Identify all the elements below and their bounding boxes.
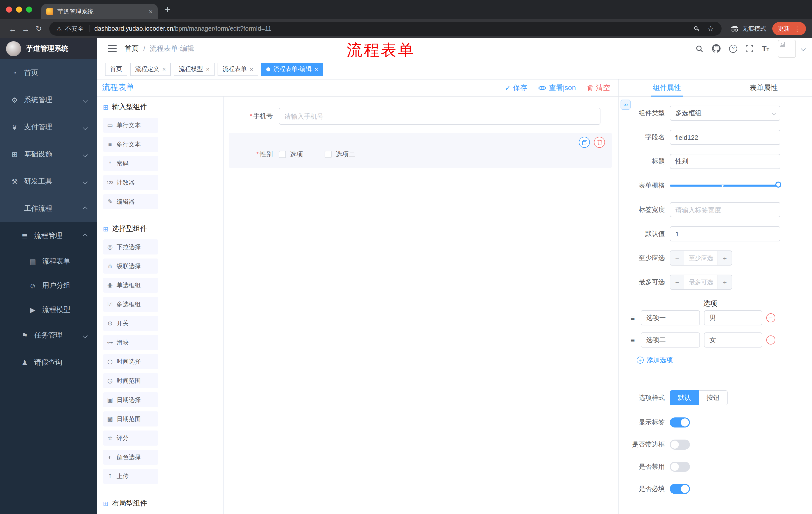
component-item[interactable]: ▩日期范围 (103, 411, 158, 427)
drag-handle-icon[interactable]: ≡ (629, 314, 637, 322)
slider-handle[interactable] (775, 182, 781, 188)
component-item[interactable]: ▣日期选择 (103, 392, 158, 407)
back-icon[interactable]: ← (6, 24, 19, 33)
increase-button[interactable]: + (718, 251, 732, 265)
font-size-icon[interactable]: TT (762, 44, 769, 53)
sidebar-logo[interactable]: 芋道管理系统 (0, 38, 97, 59)
reload-icon[interactable]: ↻ (32, 24, 45, 33)
search-icon[interactable] (696, 45, 704, 53)
minimize-window-button[interactable] (16, 6, 22, 12)
component-item[interactable]: ⋔级联选择 (103, 259, 158, 274)
field-name-input[interactable] (670, 130, 780, 145)
update-button[interactable]: 更新 ⋮ (772, 22, 806, 35)
address-bar[interactable]: ⚠ 不安全 dashboard.yudao.iocoder.cn /bpm/ma… (49, 22, 722, 36)
fullscreen-icon[interactable] (746, 45, 753, 52)
gender-option-2-checkbox[interactable]: 选项二 (325, 150, 355, 159)
bookmark-star-icon[interactable]: ☆ (707, 24, 714, 33)
user-avatar[interactable] (778, 39, 796, 58)
breadcrumb-home[interactable]: 首页 (125, 44, 139, 53)
sidebar-item-process-management[interactable]: ≣ 流程管理 (0, 222, 97, 249)
component-type-select[interactable] (670, 106, 780, 121)
sidebar-item-leave-query[interactable]: ♟ 请假查询 (0, 349, 97, 376)
security-chip[interactable]: ⚠ 不安全 (56, 24, 84, 33)
default-value-input[interactable] (670, 226, 780, 241)
component-item[interactable]: ◶时间范围 (103, 373, 158, 388)
tag-process-model[interactable]: 流程模型 × (174, 63, 214, 76)
tag-home[interactable]: 首页 (105, 63, 127, 76)
close-tag-icon[interactable]: × (206, 65, 209, 73)
view-json-button[interactable]: 查看json (539, 83, 576, 92)
sidebar-item-workflow[interactable]: 工作流程 (0, 195, 97, 222)
sidebar-item-payment-management[interactable]: ¥ 支付管理 (0, 114, 97, 141)
component-item[interactable]: ⊶滑块 (103, 335, 158, 350)
tab-component-props[interactable]: 组件属性 (618, 79, 715, 96)
disabled-switch[interactable] (670, 462, 690, 472)
form-canvas[interactable]: *手机号 *性别 选项一 (224, 97, 618, 514)
option-value-input[interactable] (704, 310, 762, 325)
form-grid-slider[interactable] (670, 178, 780, 193)
decrease-button[interactable]: − (670, 275, 685, 289)
label-width-input[interactable] (670, 202, 780, 217)
sidebar-item-system-management[interactable]: ⚙ 系统管理 (0, 86, 97, 114)
show-label-switch[interactable] (670, 417, 690, 428)
min-select-input[interactable] (685, 251, 718, 265)
sidebar-item-infrastructure[interactable]: ⊞ 基础设施 (0, 141, 97, 168)
component-item[interactable]: ☆评分 (103, 431, 158, 445)
component-item[interactable]: ◉单选框组 (103, 278, 158, 293)
phone-field[interactable]: *手机号 (229, 108, 618, 125)
close-tag-icon[interactable]: × (315, 65, 318, 73)
max-select-input[interactable] (685, 275, 718, 289)
sidebar-item-process-model[interactable]: ▶ 流程模型 (0, 298, 97, 322)
add-option-button[interactable]: + 添加选项 (637, 356, 812, 364)
style-button-button[interactable]: 按钮 (699, 390, 728, 405)
component-item[interactable]: *密码 (103, 156, 158, 171)
tag-process-definition[interactable]: 流程定义 × (130, 63, 171, 76)
tag-process-form[interactable]: 流程表单 × (218, 63, 258, 76)
sidebar-item-process-form[interactable]: ▤ 流程表单 (0, 249, 97, 274)
title-input[interactable] (670, 154, 780, 169)
save-button[interactable]: ✓ 保存 (505, 83, 527, 92)
link-icon[interactable]: ∞ (620, 100, 631, 110)
new-tab-button[interactable]: + (165, 0, 170, 19)
component-item[interactable]: ◷时间选择 (103, 354, 158, 369)
style-default-button[interactable]: 默认 (670, 390, 699, 405)
tab-form-props[interactable]: 表单属性 (715, 79, 812, 96)
decrease-button[interactable]: − (670, 251, 685, 265)
component-item[interactable]: ≡多行文本 (103, 137, 158, 152)
password-key-icon[interactable] (693, 25, 700, 32)
component-item[interactable]: ↥上传 (103, 469, 158, 484)
component-item[interactable]: ☑多选框组 (103, 297, 158, 312)
option-value-input[interactable] (704, 332, 762, 348)
component-type-value[interactable] (670, 106, 780, 121)
option-label-input[interactable] (641, 332, 700, 348)
browser-menu-icon[interactable]: ⋮ (794, 25, 801, 32)
close-tag-icon[interactable]: × (250, 65, 253, 73)
forward-icon[interactable]: → (19, 24, 32, 33)
zoom-window-button[interactable] (26, 6, 32, 12)
close-tag-icon[interactable]: × (162, 65, 166, 73)
remove-option-button[interactable]: − (766, 335, 775, 345)
close-tab-icon[interactable]: × (149, 7, 153, 16)
border-switch[interactable] (670, 439, 690, 450)
component-item[interactable]: ✎编辑器 (103, 194, 158, 209)
sidebar-item-task-management[interactable]: ⚑ 任务管理 (0, 322, 97, 349)
increase-button[interactable]: + (718, 275, 732, 289)
component-item[interactable]: ▭单行文本 (103, 118, 158, 133)
sidebar-item-dev-tools[interactable]: ⚒ 研发工具 (0, 168, 97, 195)
component-item[interactable]: 123计数器 (103, 175, 158, 190)
component-item[interactable]: ◐颜色选择 (103, 450, 158, 465)
component-item[interactable]: ⊙开关 (103, 316, 158, 331)
component-item[interactable]: ◎下拉选择 (103, 239, 158, 254)
github-icon[interactable] (712, 44, 721, 53)
copy-component-button[interactable] (579, 137, 590, 148)
sidebar-item-user-group[interactable]: ☺ 用户分组 (0, 274, 97, 298)
drag-handle-icon[interactable]: ≡ (629, 336, 637, 344)
browser-tab[interactable]: 芋道管理系统 × (41, 4, 158, 19)
tag-process-form-edit[interactable]: 流程表单-编辑 × (261, 63, 323, 76)
selected-gender-component[interactable]: *性别 选项一 选项二 (229, 133, 612, 168)
delete-component-button[interactable] (594, 137, 605, 148)
help-icon[interactable]: ? (729, 45, 737, 53)
required-switch[interactable] (670, 484, 690, 494)
phone-input[interactable] (279, 108, 601, 125)
sidebar-toggle-icon[interactable] (108, 45, 117, 52)
